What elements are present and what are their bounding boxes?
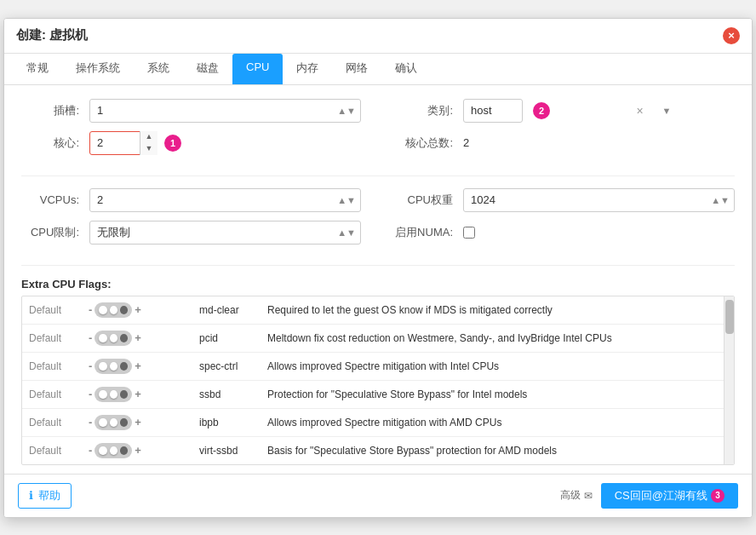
cs-label: CS回回@江湖有线 xyxy=(615,488,707,503)
help-icon: ℹ xyxy=(29,489,33,502)
total-cores-label: 核心总数: xyxy=(395,135,463,151)
flag-toggle-cell[interactable]: - + xyxy=(82,408,192,436)
table-row: Default - + md-clear Required to let the… xyxy=(22,296,734,325)
cores-increment-button[interactable]: ▲ xyxy=(140,131,158,143)
cores-section: 核心: ▲ ▼ 1 xyxy=(21,131,361,155)
slot-category-row: 插槽: 1 ▲▼ 类别: xyxy=(21,99,735,123)
flag-name-cell: virt-ssbd xyxy=(192,436,261,464)
footer-badge: 3 xyxy=(711,489,724,503)
footer-right: 高级 ✉ CS回回@江湖有线 3 xyxy=(560,483,738,509)
vcpus-select-wrap: 2 ▲▼ xyxy=(89,188,361,212)
table-row: Default - + ibpb Allows improved Spectre… xyxy=(22,408,734,436)
slot-control: 1 ▲▼ xyxy=(89,99,361,123)
cpu-weight-section: CPU权重 1024 ▲▼ xyxy=(395,188,735,212)
toggle-minus-icon[interactable]: - xyxy=(89,416,92,429)
toggle-plus-icon[interactable]: + xyxy=(135,303,141,316)
tab-cpu[interactable]: CPU xyxy=(232,54,283,84)
table-row: Default - + pcid Meltdown fix cost reduc… xyxy=(22,324,734,352)
category-label: 类别: xyxy=(395,103,463,118)
toggle-track[interactable] xyxy=(94,415,132,430)
cpu-limit-control: 无限制 ▲▼ xyxy=(89,221,361,244)
tab-network[interactable]: 网络 xyxy=(332,54,381,84)
toggle-track[interactable] xyxy=(94,331,132,346)
toggle-minus-icon[interactable]: - xyxy=(89,331,92,344)
cores-badge: 1 xyxy=(164,135,181,152)
cpu-weight-select-wrap: 1024 ▲▼ xyxy=(463,188,735,212)
cs-button[interactable]: CS回回@江湖有线 3 xyxy=(601,483,738,509)
table-row: Default - + virt-ssbd Basis for "Specula… xyxy=(22,436,734,464)
help-button[interactable]: ℹ 帮助 xyxy=(18,483,72,509)
toggle-minus-icon[interactable]: - xyxy=(89,360,92,372)
toggle-plus-icon[interactable]: + xyxy=(135,416,141,429)
flag-desc-cell: Allows improved Spectre mitigation with … xyxy=(261,352,734,380)
tab-general[interactable]: 常规 xyxy=(13,54,62,84)
toggle-plus-icon[interactable]: + xyxy=(135,388,141,400)
vcpus-control: 2 ▲▼ xyxy=(89,188,361,212)
form-content: 插槽: 1 ▲▼ 类别: xyxy=(4,85,752,474)
tab-os[interactable]: 操作系统 xyxy=(62,54,134,84)
toggle-track[interactable] xyxy=(94,302,132,318)
cpu-limit-select-wrap: 无限制 ▲▼ xyxy=(89,221,361,244)
tab-system[interactable]: 系统 xyxy=(134,54,183,84)
category-section: 类别: host 2 × ▼ xyxy=(395,99,735,123)
scrollbar-thumb[interactable] xyxy=(725,300,734,334)
toggle-minus-icon[interactable]: - xyxy=(89,303,92,316)
footer: ℹ 帮助 高级 ✉ CS回回@江湖有线 3 xyxy=(4,474,752,517)
flag-default-cell: Default xyxy=(22,408,82,436)
flag-toggle-cell[interactable]: - + xyxy=(82,352,192,380)
flag-name-cell: md-clear xyxy=(192,296,261,325)
toggle-minus-icon[interactable]: - xyxy=(89,388,92,400)
numa-checkbox[interactable] xyxy=(463,227,475,239)
toggle-track[interactable] xyxy=(94,387,132,402)
category-clear-icon[interactable]: × xyxy=(633,104,647,118)
cpu-weight-select[interactable]: 1024 xyxy=(463,188,735,212)
tab-disk[interactable]: 磁盘 xyxy=(183,54,232,84)
cores-input-wrap: ▲ ▼ xyxy=(89,131,158,155)
slot-category-section: 插槽: 1 ▲▼ 类别: xyxy=(21,99,735,176)
tab-memory[interactable]: 内存 xyxy=(283,54,332,84)
flags-label: Extra CPU Flags: xyxy=(21,278,735,291)
slot-select-wrap: 1 ▲▼ xyxy=(89,99,361,123)
vcpus-label: VCPUs: xyxy=(21,193,89,206)
flag-default-cell: Default xyxy=(22,380,82,408)
scrollbar[interactable] xyxy=(724,296,734,464)
flag-toggle-cell[interactable]: - + xyxy=(82,324,192,352)
flag-toggle-cell[interactable]: - + xyxy=(82,296,192,325)
numa-section: 启用NUMA: xyxy=(395,225,735,240)
toggle-track[interactable] xyxy=(94,359,132,374)
cpu-limit-label: CPU限制: xyxy=(21,225,89,240)
flag-toggle-cell[interactable]: - + xyxy=(82,380,192,408)
category-input-wrap: host 2 × ▼ xyxy=(463,99,735,123)
flag-default-cell: Default xyxy=(22,436,82,464)
flag-toggle-cell[interactable]: - + xyxy=(82,436,192,464)
cpu-limit-section: CPU限制: 无限制 ▲▼ xyxy=(21,221,361,244)
dialog-title: 创建: 虚拟机 xyxy=(16,27,88,43)
slot-label: 插槽: xyxy=(21,103,89,118)
flag-desc-cell: Protection for "Speculative Store Bypass… xyxy=(261,380,734,408)
toggle-track[interactable] xyxy=(94,443,132,458)
close-button[interactable]: × xyxy=(723,27,740,44)
toggle-plus-icon[interactable]: + xyxy=(135,360,141,372)
category-input[interactable]: host xyxy=(463,99,523,123)
cores-decrement-button[interactable]: ▼ xyxy=(140,143,158,155)
flag-default-cell: Default xyxy=(22,352,82,380)
total-cores-value: 2 xyxy=(463,136,469,149)
vcpus-select[interactable]: 2 xyxy=(89,188,361,212)
tab-confirm[interactable]: 确认 xyxy=(381,54,431,84)
numa-control xyxy=(463,227,735,239)
vcpus-section: VCPUs: 2 ▲▼ xyxy=(21,188,361,212)
toggle-minus-icon[interactable]: - xyxy=(89,444,92,457)
vcpu-section: VCPUs: 2 ▲▼ CPU权重 xyxy=(21,188,735,266)
flags-table-wrap: Default - + md-clear Required to let the… xyxy=(21,296,735,465)
toggle-plus-icon[interactable]: + xyxy=(135,444,141,457)
flags-table: Default - + md-clear Required to let the… xyxy=(22,296,734,464)
flag-default-cell: Default xyxy=(22,296,82,325)
flag-name-cell: pcid xyxy=(192,324,261,352)
envelope-icon: ✉ xyxy=(584,490,593,502)
advanced-link[interactable]: 高级 ✉ xyxy=(560,488,593,503)
slot-select[interactable]: 1 xyxy=(89,99,361,123)
cpu-limit-select[interactable]: 无限制 xyxy=(89,221,361,244)
create-vm-dialog: 创建: 虚拟机 × 常规 操作系统 系统 磁盘 CPU 内存 网络 确认 插槽:… xyxy=(3,18,753,518)
category-arrow-icon[interactable]: ▼ xyxy=(662,106,672,116)
toggle-plus-icon[interactable]: + xyxy=(135,331,141,344)
